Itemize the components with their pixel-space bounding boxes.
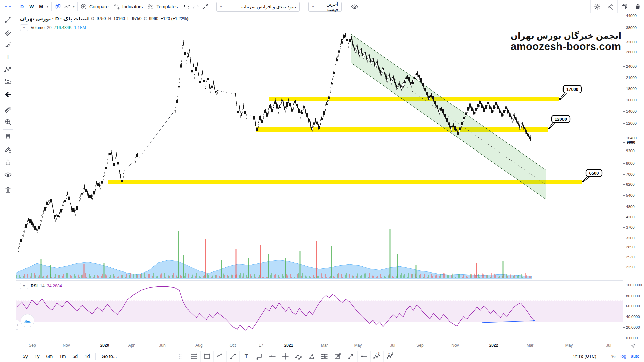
templates-button[interactable]: Templates — [145, 0, 180, 13]
volume-legend-chevron[interactable]: ▾ — [20, 24, 28, 31]
clock[interactable]: ۱۳:۴۵ (UTC) — [573, 354, 596, 359]
range-1d-button[interactable]: 1d — [82, 352, 93, 360]
fav-trend-line-tool[interactable] — [226, 351, 239, 362]
arrow-marker-icon — [347, 352, 355, 360]
level-callout-17000[interactable]: 17000 — [559, 85, 581, 100]
trend-line-tool[interactable] — [0, 13, 16, 26]
price-tick-3700: 3700 — [623, 225, 635, 230]
trash-icon — [4, 186, 12, 194]
zoom-in-tool[interactable] — [0, 116, 16, 128]
time-label-Apr: Apr — [128, 343, 135, 348]
price-tick-2530: 2530 — [623, 255, 635, 259]
settings-button[interactable] — [590, 0, 604, 13]
drag-handle[interactable] — [174, 351, 187, 362]
back-button[interactable] — [0, 88, 16, 100]
goto-button[interactable]: Go to... — [98, 352, 120, 360]
range-1y-button[interactable]: 1y — [32, 352, 42, 360]
fav-date-price-range-tool[interactable] — [331, 351, 344, 362]
level-callout-6500[interactable]: 6500 — [582, 169, 602, 182]
pitchfork-tool[interactable] — [0, 26, 16, 38]
time-label-Mar: Mar — [527, 343, 534, 348]
indicators-button[interactable]: Indicators — [111, 0, 145, 13]
time-axis[interactable]: SepNov2020AprJunAugOct172021MarMayJulSep… — [16, 341, 623, 350]
price-tick-12000: 12000 — [623, 121, 637, 126]
text-tool[interactable]: T — [0, 51, 16, 63]
chart-type-chevron-icon[interactable]: ▾ — [73, 4, 75, 9]
level-band-6500[interactable] — [108, 180, 582, 184]
auto-scale-button[interactable]: auto — [631, 354, 639, 359]
fav-arrow-marker-tool[interactable] — [344, 351, 357, 362]
broker-logo-button[interactable] — [21, 314, 34, 327]
redo-icon[interactable] — [192, 3, 200, 10]
fav-disjoint-channel-tool[interactable] — [292, 351, 305, 362]
fav-parallel-channel-tool[interactable] — [213, 351, 226, 362]
lines-arrows-icon — [321, 352, 329, 360]
fav-text-tool[interactable]: T — [239, 351, 253, 362]
prediction-tool[interactable] — [0, 75, 16, 88]
price-mode-dropdown[interactable]: ▾ آخرین قیمت — [308, 2, 342, 12]
layouts-button[interactable] — [617, 0, 631, 13]
remove-drawings[interactable] — [0, 184, 16, 196]
range-5d-button[interactable]: 5d — [70, 352, 81, 360]
range-6m-button[interactable]: 6m — [44, 352, 55, 360]
pitchfork-icon — [4, 28, 12, 36]
range-5y-button[interactable]: 5y — [20, 352, 31, 360]
layout-copy-icon — [621, 3, 628, 10]
magnet-mode[interactable] — [0, 131, 16, 143]
rsi-legend-chevron[interactable]: ▾ — [20, 283, 28, 289]
top-toolbar: D W M ▾ ▾ Compare Indica — [0, 0, 644, 13]
adjustments-dropdown[interactable]: ▾ سود نقدی و افزایش سرمایه — [216, 2, 300, 12]
rsi-legend[interactable]: ▾ RSI 14 34.2884 — [20, 283, 62, 289]
fullscreen-icon[interactable] — [202, 3, 209, 10]
high-letter: H — [108, 16, 111, 21]
visibility-button[interactable] — [348, 0, 361, 13]
interval-d-button[interactable]: D — [19, 3, 25, 10]
chart-canvas[interactable]: 17000120006500 — [16, 13, 623, 341]
price-axis[interactable]: 4400038000320002800024000210001800016000… — [623, 13, 644, 341]
lock-all-drawings[interactable] — [0, 156, 16, 168]
line-chart-icon[interactable] — [64, 3, 71, 10]
gear-icon — [631, 343, 636, 348]
time-axis-settings[interactable] — [623, 341, 644, 350]
fav-projection-tool[interactable] — [318, 351, 331, 362]
text-icon: T — [4, 53, 12, 61]
fav-horizontal-line-tool[interactable] — [266, 351, 279, 362]
symbol-legend[interactable]: لبنیات پاک · D · بورس تهران O 9750 H 101… — [20, 16, 189, 22]
percent-scale-button[interactable]: % — [611, 354, 615, 359]
price-tick-28000: 28000 — [623, 50, 637, 54]
high-value: 10160 — [113, 16, 125, 21]
crosshair-icon — [4, 3, 12, 11]
fav-cross-line-tool[interactable] — [279, 351, 292, 362]
symbol-title[interactable]: لبنیات پاک · D · بورس تهران — [20, 16, 89, 22]
fav-elliott-impulse-tool[interactable]: 15 — [370, 351, 383, 362]
fav-horizontal-ray-tool[interactable] — [357, 351, 370, 362]
interval-m-button[interactable]: M — [37, 3, 45, 10]
toolbar-collapse-handle[interactable]: ‹ — [16, 320, 19, 330]
candlestick-chart-icon[interactable] — [54, 3, 62, 10]
log-scale-button[interactable]: log — [620, 354, 626, 359]
crosshair-tool-button[interactable] — [0, 0, 16, 13]
fav-rectangle-tool[interactable] — [200, 351, 213, 362]
drawing-mode[interactable] — [0, 143, 16, 156]
remove-all-button[interactable] — [631, 0, 644, 13]
compare-button[interactable]: Compare — [78, 0, 111, 13]
volume-value: 1.18M — [74, 25, 86, 30]
horizontal-line-icon — [268, 352, 276, 360]
share-button[interactable] — [604, 0, 617, 13]
fav-callout-tool[interactable] — [253, 351, 266, 362]
interval-w-button[interactable]: W — [28, 3, 35, 10]
brush-tool[interactable] — [0, 38, 16, 51]
fav-elliott-correction-tool[interactable]: AC — [383, 351, 396, 362]
range-1m-button[interactable]: 1m — [57, 352, 68, 360]
volume-legend[interactable]: ▾ Volume 20 716.434K 1.18M — [20, 24, 86, 31]
level-callout-12000[interactable]: 12000 — [548, 115, 570, 129]
pattern-tool[interactable] — [0, 63, 16, 75]
fav-fib-retracement-tool[interactable] — [187, 351, 200, 362]
measure-tool[interactable] — [0, 103, 16, 116]
fav-triangle-tool[interactable] — [305, 351, 318, 362]
price-tick-6200: 6200 — [623, 182, 635, 187]
hide-all-drawings[interactable] — [0, 168, 16, 181]
level-band-12000[interactable] — [256, 127, 548, 132]
interval-chevron-icon[interactable]: ▾ — [47, 4, 49, 9]
undo-icon[interactable] — [183, 3, 190, 10]
